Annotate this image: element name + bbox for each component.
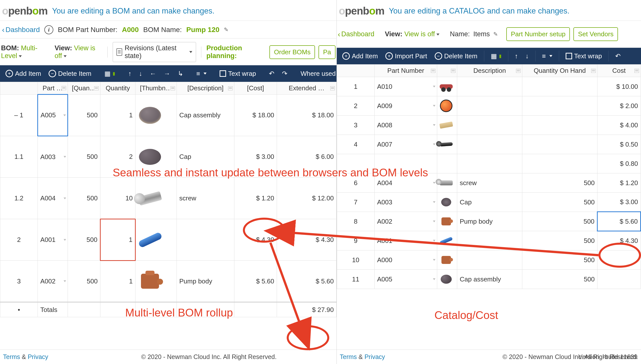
cell-cost[interactable]: $ 5.60 [234,261,277,302]
filter-icon[interactable] [431,69,435,73]
cell-pn[interactable]: A003 [38,136,68,178]
table-row[interactable]: $ 0.80 [337,154,641,173]
order-boms-button[interactable]: Order BOMs [269,45,315,59]
indent-icon[interactable]: ↳ [175,68,186,80]
cell-qty[interactable]: 1 [100,219,135,261]
cell-desc[interactable] [457,96,522,116]
privacy-link[interactable]: Privacy [365,353,385,360]
pa-button[interactable]: Pa [318,45,336,59]
cell-cost[interactable]: $ 4.30 [234,219,277,261]
info-icon[interactable]: i [44,25,53,34]
back-dashboard[interactable]: ‹Dashboard [338,30,374,39]
cell-qoh[interactable] [522,135,597,154]
cell-desc[interactable]: Cap assembly [177,95,234,136]
privacy-link[interactable]: Privacy [28,353,48,360]
filter-icon[interactable] [451,69,455,73]
cell-desc[interactable] [457,116,522,135]
grid-icon[interactable]: ▦▮ [488,50,505,62]
cell-n[interactable]: 11 [337,270,375,289]
table-row[interactable]: 9 A001 500 $ 4.30 [337,231,641,250]
cell-n[interactable]: 2 [337,96,375,116]
filter-icon[interactable] [94,86,99,90]
cell-pn[interactable]: A008 [375,116,437,135]
terms-link[interactable]: Terms [3,353,20,360]
cell-pn[interactable]: A004 [38,178,68,219]
cell-pn[interactable]: A002 [375,212,437,231]
arrow-up-icon[interactable]: ↑ [125,68,134,80]
cell-thumb[interactable] [437,116,457,135]
table-row[interactable]: – 1 A005 500 1 Cap assembly $ 18.00 $ 18… [0,95,337,136]
align-icon[interactable]: ≡ [539,50,555,62]
cell-desc[interactable] [457,250,522,270]
cell-pn[interactable]: A010 [375,77,437,96]
table-row[interactable]: 3 A002 500 1 Pump body $ 5.60 $ 5.60 [0,261,337,302]
cell-n[interactable]: 9 [337,231,375,250]
cell-ext[interactable]: $ 5.60 [277,261,337,302]
undo-icon[interactable]: ↶ [612,50,624,62]
cell-qty[interactable]: 1 [100,261,135,302]
table-row[interactable]: 1 A010 $ 10.00 [337,77,641,96]
add-item-button[interactable]: +Add Item [339,50,381,62]
cell-cost[interactable]: $ 1.20 [234,178,277,219]
cell-thumb[interactable] [135,95,177,136]
cell-thumb[interactable] [437,231,457,250]
arrow-up-icon[interactable]: ↑ [512,50,521,62]
cell-level[interactable]: 1.2 [0,178,38,219]
delete-item-button[interactable]: −Delete Item [432,50,480,62]
revisions[interactable]: Revisions (Latest state) [113,42,196,62]
cell-thumb[interactable] [135,261,177,302]
cell-pn[interactable]: A001 [38,219,68,261]
text-wrap-button[interactable]: Text wrap [217,68,259,80]
set-vendors-button[interactable]: Set Vendors [573,27,618,41]
cell-desc[interactable] [457,135,522,154]
cell-cost[interactable] [597,250,641,270]
filter-icon[interactable] [634,69,639,73]
arrow-left-icon[interactable]: ← [147,68,159,80]
arrow-down-icon[interactable]: ↓ [523,50,532,62]
cell-n[interactable]: 6 [337,173,375,193]
cell-desc[interactable]: Pump body [177,261,234,302]
cell-qoh[interactable] [522,96,597,116]
cell-desc[interactable]: Pump body [457,212,522,231]
cell-desc[interactable]: screw [457,173,522,193]
cell-qoh[interactable] [522,154,597,173]
cell-qty[interactable]: 2 [100,136,135,178]
cell-thumb[interactable] [437,154,457,173]
pn-setup-button[interactable]: Part Number setup [506,27,570,41]
table-row[interactable]: 4 A007 $ 0.50 [337,135,641,154]
cell-pn[interactable]: A005 [375,270,437,289]
edit-icon[interactable]: ✎ [493,31,498,38]
cell-cost[interactable]: $ 10.00 [597,77,641,96]
cell-thumb[interactable] [437,135,457,154]
table-row[interactable]: 2 A009 $ 2.00 [337,96,641,116]
cell-level[interactable]: 3 [0,261,38,302]
filter-icon[interactable] [591,69,596,73]
cell-cost[interactable]: $ 2.00 [597,96,641,116]
cell-thumb[interactable] [437,193,457,212]
cell-quant[interactable]: 500 [68,95,100,136]
cell-thumb[interactable] [437,212,457,231]
table-row[interactable]: 10 A000 500 [337,250,641,270]
cell-level[interactable]: – 1 [0,95,38,136]
cell-cost[interactable]: $ 1.20 [597,173,641,193]
text-wrap-button[interactable]: Text wrap [563,50,605,62]
cell-pn[interactable]: A005 [38,95,68,136]
cell-desc[interactable]: Cap [177,136,234,178]
cell-n[interactable]: 10 [337,250,375,270]
cell-cost[interactable] [597,270,641,289]
edit-icon[interactable]: ✎ [224,27,228,33]
cell-qoh[interactable]: 500 [522,231,597,250]
cell-quant[interactable]: 500 [68,219,100,261]
cell-n[interactable]: 1 [337,77,375,96]
cell-qoh[interactable]: 500 [522,270,597,289]
grid-icon[interactable]: ▦▮ [101,68,118,80]
cell-desc[interactable]: screw [177,178,234,219]
add-item-button[interactable]: +Add Item [3,68,44,80]
filter-icon[interactable] [330,86,335,90]
cell-n[interactable]: 4 [337,135,375,154]
cell-cost[interactable]: $ 3.00 [597,193,641,212]
cell-qoh[interactable]: 500 [522,212,597,231]
cell-desc[interactable]: Cap [457,193,522,212]
cell-qty[interactable]: 10 [100,178,135,219]
cell-ext[interactable]: $ 12.00 [277,178,337,219]
